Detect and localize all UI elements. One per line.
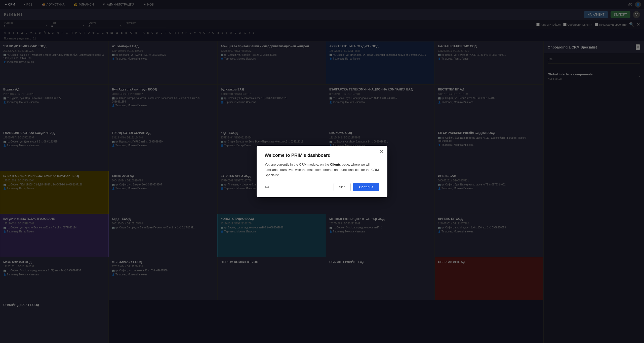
modal-title: Welcome to PRIM's dashboard bbox=[265, 153, 379, 158]
modal-step: 1/3 bbox=[265, 185, 269, 189]
modal-body-bold: Clients bbox=[330, 163, 341, 166]
modal-dialog: ✕ Welcome to PRIM's dashboard You are cu… bbox=[257, 146, 387, 197]
modal-actions: Skip Continue bbox=[334, 183, 379, 191]
continue-button[interactable]: Continue bbox=[353, 183, 379, 191]
modal-footer: 1/3 Skip Continue bbox=[265, 183, 379, 191]
skip-button[interactable]: Skip bbox=[334, 183, 350, 191]
modal-close-button[interactable]: ✕ bbox=[380, 149, 383, 154]
modal-body: You are currently in the CRM module, on … bbox=[265, 162, 379, 178]
modal-overlay: ✕ Welcome to PRIM's dashboard You are cu… bbox=[0, 0, 644, 343]
modal-body-text: You are currently in the CRM module, on … bbox=[265, 163, 330, 166]
